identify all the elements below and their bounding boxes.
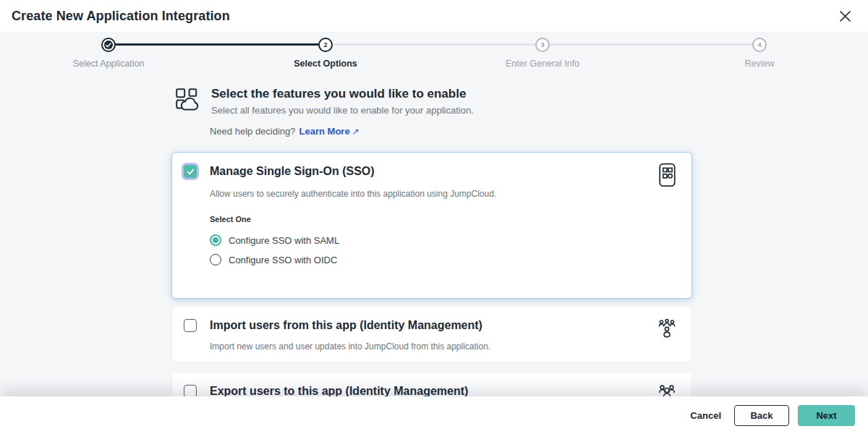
radio-option-saml[interactable]: Configure SSO with SAML — [210, 234, 680, 246]
step-select-application[interactable]: Select Application — [0, 32, 217, 69]
create-application-integration-modal: Create New Application Integration — [0, 0, 868, 434]
feature-card-sso[interactable]: Manage Single Sign-On (SSO) Allow users … — [171, 152, 692, 299]
step-2-badge: 2 — [318, 38, 333, 52]
radio-label-saml: Configure SSO with SAML — [229, 235, 339, 246]
intro-title: Select the features you would like to en… — [211, 87, 474, 101]
intro-block: Select the features you would like to en… — [171, 87, 692, 116]
step-2-label: Select Options — [217, 59, 434, 69]
import-card-title: Import users from this app (Identity Man… — [210, 318, 482, 333]
app-grid-cloud-icon — [176, 88, 202, 116]
step-review[interactable]: 4 Review — [651, 32, 868, 69]
radio-label-oidc: Configure SSO with OIDC — [229, 255, 337, 265]
close-icon — [839, 10, 851, 22]
back-button[interactable]: Back — [734, 405, 789, 426]
user-group-import-icon — [657, 318, 677, 338]
check-icon — [106, 43, 111, 48]
step-4-label: Review — [651, 59, 868, 69]
radio-button-saml[interactable] — [210, 234, 221, 246]
cancel-button[interactable]: Cancel — [683, 406, 728, 425]
step-1-badge — [101, 38, 116, 52]
import-card-description: Import new users and user updates into J… — [210, 341, 680, 352]
feature-selection-content: Select the features you would like to en… — [171, 87, 692, 430]
checkmark-icon — [187, 169, 195, 175]
wizard-stepper: Select Application 2 Select Options 3 En… — [0, 32, 868, 74]
sso-card-description: Allow users to securely authenticate int… — [210, 189, 680, 199]
intro-text: Select the features you would like to en… — [211, 87, 474, 116]
next-button[interactable]: Next — [798, 405, 855, 426]
step-enter-general-info[interactable]: 3 Enter General Info — [434, 32, 651, 69]
modal-footer: Cancel Back Next — [0, 396, 868, 434]
sso-checkbox[interactable] — [184, 165, 197, 178]
step-select-options[interactable]: 2 Select Options — [217, 32, 434, 69]
external-link-arrow-icon: ↗ — [352, 127, 359, 137]
learn-more-link[interactable]: Learn More — [299, 126, 350, 137]
feature-card-import-users[interactable]: Import users from this app (Identity Man… — [171, 306, 692, 362]
radio-option-oidc[interactable]: Configure SSO with OIDC — [210, 254, 680, 265]
select-one-label: Select One — [210, 215, 680, 224]
import-users-checkbox[interactable] — [184, 319, 197, 332]
help-row: Need help deciding?Learn More↗ — [210, 126, 692, 137]
close-button[interactable] — [836, 7, 854, 25]
intro-subtitle: Select all features you would like to en… — [211, 105, 474, 116]
step-3-label: Enter General Info — [434, 59, 651, 69]
sso-tiles-icon — [658, 163, 677, 187]
modal-header: Create New Application Integration — [0, 0, 868, 32]
step-3-badge: 3 — [535, 38, 550, 52]
modal-title: Create New Application Integration — [12, 9, 230, 24]
radio-button-oidc[interactable] — [210, 254, 221, 265]
step-4-badge: 4 — [752, 38, 767, 52]
sso-card-title: Manage Single Sign-On (SSO) — [210, 164, 375, 179]
help-prompt: Need help deciding? — [210, 126, 296, 137]
step-1-label: Select Application — [0, 59, 217, 69]
